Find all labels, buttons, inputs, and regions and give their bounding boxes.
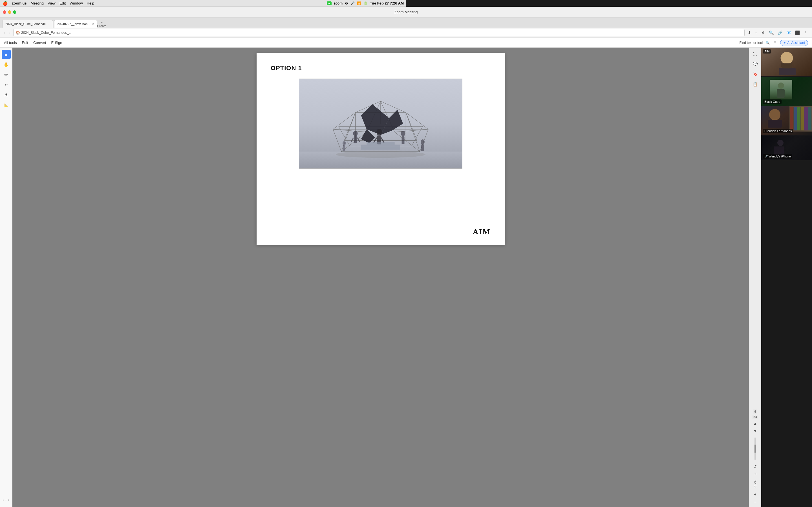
undo-tool-btn[interactable]: ↩ xyxy=(2,80,11,89)
arch-visualization xyxy=(299,79,406,168)
esign-btn[interactable]: E-Sign xyxy=(51,41,62,45)
svg-point-37 xyxy=(376,129,382,135)
menu-help[interactable]: Help xyxy=(87,1,94,5)
arch-svg xyxy=(299,79,406,168)
pdf-toolbar: All tools Edit Convert E-Sign Find text … xyxy=(0,38,406,48)
app-name[interactable]: zoom.us xyxy=(12,1,27,5)
control-center-icon[interactable]: ⚙ xyxy=(345,1,348,5)
audio-icon[interactable]: 🎤 xyxy=(350,1,355,5)
tab2-label: 20240227__New Mon... xyxy=(57,22,90,25)
svg-point-45 xyxy=(343,142,346,145)
architecture-image xyxy=(299,78,406,169)
window-title: Zoom Meeting xyxy=(394,10,406,14)
svg-rect-48 xyxy=(366,142,395,145)
menubar-right: ● zoom ⚙ 🎤 📶 🔋 Tue Feb 27 7:26 AM xyxy=(327,1,404,5)
app-window: Zoom Meeting 2024_Black_Cube_Fernandes_.… xyxy=(0,7,406,253)
main-content: ▲ ✋ ✏ ↩ A 📐 • • • OPTION 1 xyxy=(0,48,406,253)
tab-pdf1[interactable]: 2024_Black_Cube_Fernandes_... xyxy=(2,20,53,27)
svg-rect-47 xyxy=(361,145,400,150)
pdf-page: OPTION 1 xyxy=(257,53,406,245)
new-tab-button[interactable]: + Create xyxy=(98,21,105,27)
minimize-button[interactable] xyxy=(8,10,11,14)
menu-edit[interactable]: Edit xyxy=(59,1,66,5)
text-tool-btn[interactable]: A xyxy=(2,91,11,100)
pdf-viewer[interactable]: OPTION 1 xyxy=(12,48,406,253)
pdf-image-container xyxy=(271,78,406,169)
traffic-lights xyxy=(3,10,16,14)
menu-window[interactable]: Window xyxy=(70,1,83,5)
home-icon: 🏠 xyxy=(16,31,20,35)
wifi-icon[interactable]: 📶 xyxy=(357,1,361,5)
back-button[interactable]: ‹ xyxy=(3,30,6,36)
measure-tool-btn[interactable]: 📐 xyxy=(2,101,11,110)
menu-view[interactable]: View xyxy=(48,1,56,5)
maximize-button[interactable] xyxy=(13,10,16,14)
annotate-tool-btn[interactable]: ✏ xyxy=(2,70,11,79)
url-bar[interactable]: 🏠 2024_Black_Cube_Fernandes_... xyxy=(13,29,406,36)
svg-rect-0 xyxy=(299,79,406,152)
svg-rect-46 xyxy=(343,145,345,151)
convert-btn[interactable]: Convert xyxy=(33,41,46,45)
svg-rect-34 xyxy=(354,136,357,144)
forward-button[interactable]: › xyxy=(8,30,12,36)
menu-meeting[interactable]: Meeting xyxy=(31,1,44,5)
window-titlebar: Zoom Meeting xyxy=(0,7,406,17)
svg-point-41 xyxy=(401,131,405,136)
url-text: 2024_Black_Cube_Fernandes_... xyxy=(21,31,71,35)
tab-pdf2[interactable]: 20240227__New Mon... ✕ xyxy=(54,20,97,27)
zoom-label: zoom xyxy=(334,1,343,5)
browser-chrome: 2024_Black_Cube_Fernandes_... 20240227__… xyxy=(0,17,406,38)
clock: Tue Feb 27 7:26 AM xyxy=(370,1,404,5)
tab2-close[interactable]: ✕ xyxy=(92,22,94,25)
select-tool-btn[interactable]: ▲ xyxy=(2,50,11,59)
svg-point-33 xyxy=(353,131,358,136)
all-tools-btn[interactable]: All tools xyxy=(4,41,17,45)
battery-icon: 🔋 xyxy=(363,1,368,5)
tab1-label: 2024_Black_Cube_Fernandes_... xyxy=(5,22,50,25)
browser-tabs: 2024_Black_Cube_Fernandes_... 20240227__… xyxy=(0,17,406,27)
svg-rect-42 xyxy=(402,136,405,144)
option-title: OPTION 1 xyxy=(271,64,406,72)
pan-tool-btn[interactable]: ✋ xyxy=(2,60,11,69)
close-button[interactable] xyxy=(3,10,6,14)
left-tools-panel: ▲ ✋ ✏ ↩ A 📐 • • • xyxy=(0,48,12,253)
menubar: 🍎 zoom.us Meeting View Edit Window Help … xyxy=(0,0,406,7)
apple-menu[interactable]: 🍎 xyxy=(2,1,8,6)
zoom-icon: ● xyxy=(327,1,332,5)
browser-nav: ‹ › 🏠 2024_Black_Cube_Fernandes_... ⬇ ↑ … xyxy=(0,27,406,38)
edit-btn[interactable]: Edit xyxy=(22,41,28,45)
